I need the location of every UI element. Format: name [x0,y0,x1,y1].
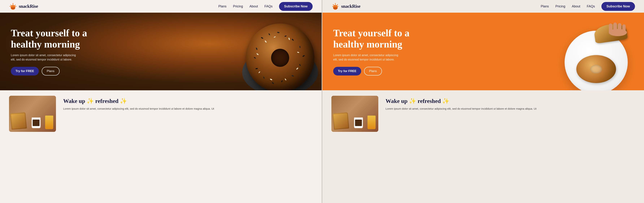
right-coffee [354,117,363,128]
left-sparkle2: ✨ [120,98,127,104]
left-hero-subtitle: Lorem ipsum dolor sit amet, consectetur … [11,53,80,62]
right-lower-text: Wake up ✨ refreshed ✨ Lorem ipsum dolor … [386,96,635,111]
svg-point-10 [291,75,294,77]
svg-point-17 [264,40,267,43]
right-try-button[interactable]: Try for FREE [333,67,361,76]
right-toast [332,112,349,130]
left-nav-plans[interactable]: Plans [218,5,226,8]
left-panel: snackRise Plans Pricing About FAQs Subsc… [0,0,322,203]
right-hero-title: Treat yourself to a healthy morning [333,28,416,50]
right-breakfast-scene [332,96,378,132]
left-nav-pricing[interactable]: Pricing [233,5,243,8]
svg-point-7 [299,46,300,48]
svg-rect-38 [622,24,626,33]
left-lower-title: Wake up ✨ refreshed ✨ [63,98,312,104]
right-hero-subtitle: Lorem ipsum dolor sit amet, consectetur … [333,53,402,62]
left-nav-faqs[interactable]: FAQs [264,5,272,8]
left-logo-text: snackRise [19,4,38,9]
left-lower-text: Wake up ✨ refreshed ✨ Lorem ipsum dolor … [63,96,312,111]
right-nav-faqs[interactable]: FAQs [587,5,595,8]
right-lower-image [332,96,378,132]
svg-point-14 [256,68,258,69]
svg-rect-36 [613,23,617,33]
right-nav-pricing[interactable]: Pricing [556,5,565,8]
right-hero-buttons: Try for FREE Plans [333,67,416,76]
svg-point-12 [272,82,274,84]
svg-point-23 [270,78,272,80]
svg-point-2 [261,37,263,39]
right-nav-links: Plans Pricing About FAQs Subscribe Now [541,2,635,11]
left-nav-about[interactable]: About [250,5,258,8]
left-hero-content: Treat yourself to a healthy morning Lore… [11,28,94,76]
right-logo-text: snackRise [341,4,360,9]
left-hero-title: Treat yourself to a healthy morning [11,28,94,50]
svg-point-15 [254,57,256,59]
left-try-button[interactable]: Try for FREE [11,67,39,76]
left-sparkle1: ✨ [87,98,94,104]
right-nav-plans[interactable]: Plans [541,5,549,8]
left-bagel-seeds [246,24,314,90]
right-logo: snackRise [332,2,360,10]
right-hero: Treat yourself to a healthy morning Lore… [322,13,644,90]
svg-point-24 [258,71,260,73]
svg-point-5 [284,35,287,37]
right-bread [594,20,629,42]
right-bagel-on-plate [576,55,616,83]
svg-point-28 [333,7,338,9]
svg-point-8 [302,55,305,57]
left-lower: Wake up ✨ refreshed ✨ Lorem ipsum dolor … [0,90,322,203]
logo-icon [9,2,17,10]
svg-point-25 [256,53,259,56]
right-oj [368,116,376,129]
svg-rect-37 [618,23,622,33]
svg-point-11 [281,80,283,83]
left-logo: snackRise [9,2,38,10]
right-nav-about[interactable]: About [572,5,580,8]
right-navbar: snackRise Plans Pricing About FAQs Subsc… [322,0,644,13]
svg-point-26 [274,52,286,59]
svg-point-3 [268,33,270,36]
right-panel: snackRise Plans Pricing About FAQs Subsc… [322,0,644,203]
left-nav-links: Plans Pricing About FAQs Subscribe Now [218,2,312,11]
left-toast [10,112,27,130]
svg-rect-35 [609,24,612,33]
left-lower-description: Lorem ipsum dolor sit amet, consectetur … [63,107,312,111]
svg-point-20 [297,52,300,53]
right-sparkle2: ✨ [442,98,450,104]
right-sparkle1: ✨ [409,98,416,104]
svg-point-1 [11,7,15,9]
svg-line-33 [336,5,338,6]
left-coffee [32,117,40,128]
right-hand-svg [607,20,629,36]
svg-point-9 [299,64,301,66]
left-lower-image [9,96,56,132]
right-lower: Wake up ✨ refreshed ✨ Lorem ipsum dolor … [322,90,644,203]
svg-point-22 [285,78,286,81]
right-lower-description: Lorem ipsum dolor sit amet, consectetur … [386,107,635,111]
left-bagel [246,24,314,90]
right-plans-button[interactable]: Plans [364,67,382,76]
right-hero-content: Treat yourself to a healthy morning Lore… [333,28,416,76]
svg-point-13 [263,77,265,79]
left-breakfast-scene [9,96,56,132]
right-logo-icon [332,2,339,10]
svg-point-4 [277,32,280,33]
svg-point-19 [288,37,290,40]
left-hero-buttons: Try for FREE Plans [11,67,94,76]
svg-line-32 [333,5,334,6]
left-subscribe-button[interactable]: Subscribe Now [279,2,312,11]
svg-point-21 [296,67,298,70]
right-food-container [543,15,637,90]
left-oj [45,116,53,129]
svg-point-16 [256,47,258,50]
svg-point-6 [292,39,294,41]
left-navbar: snackRise Plans Pricing About FAQs Subsc… [0,0,322,13]
svg-point-18 [274,36,276,38]
left-plans-button[interactable]: Plans [42,67,60,76]
right-lower-title: Wake up ✨ refreshed ✨ [386,98,635,104]
right-subscribe-button[interactable]: Subscribe Now [602,2,635,11]
left-hero: Treat yourself to a healthy morning Lore… [0,13,322,90]
